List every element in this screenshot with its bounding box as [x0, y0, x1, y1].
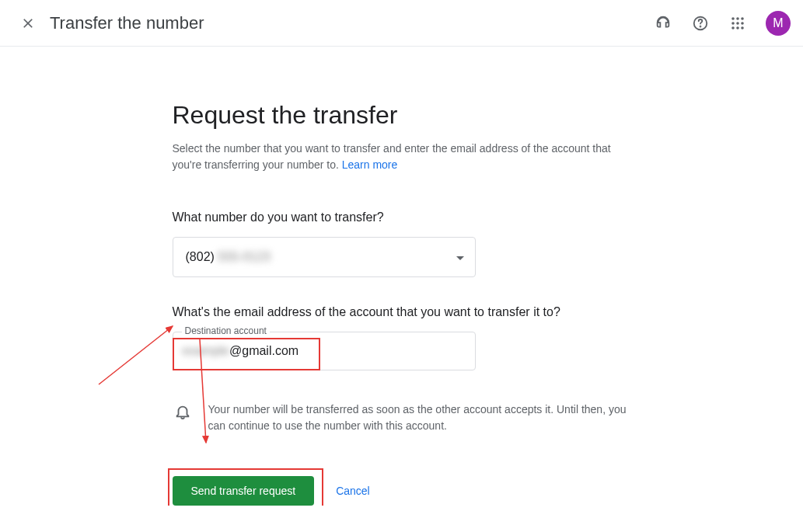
learn-more-link[interactable]: Learn more: [342, 158, 398, 171]
svg-point-4: [741, 17, 744, 20]
avatar[interactable]: M: [766, 11, 791, 36]
close-icon: [20, 16, 36, 31]
svg-line-11: [99, 326, 173, 384]
number-prefix: (802): [186, 250, 215, 263]
description: Select the number that you want to trans…: [173, 141, 631, 173]
number-rest: 555-0123: [218, 250, 271, 263]
apps-icon: [731, 16, 745, 30]
page-title: Transfer the number: [50, 13, 648, 33]
svg-point-1: [700, 26, 701, 26]
svg-point-3: [736, 17, 739, 20]
info-text: Your number will be transferred as soon …: [208, 402, 631, 434]
main-heading: Request the transfer: [173, 101, 631, 130]
headset-button[interactable]: [648, 8, 679, 39]
destination-input[interactable]: example@gmail.com: [173, 332, 476, 370]
svg-point-2: [731, 17, 735, 20]
svg-point-5: [731, 22, 735, 25]
svg-point-8: [731, 26, 735, 30]
help-button[interactable]: [685, 8, 716, 39]
close-button[interactable]: [12, 8, 44, 39]
help-icon: [692, 15, 709, 32]
email-suffix: @gmail.com: [229, 344, 299, 358]
destination-label: Destination account: [182, 325, 270, 336]
svg-point-7: [741, 22, 744, 25]
chevron-down-icon: [456, 250, 464, 264]
apps-button[interactable]: [722, 8, 753, 39]
bell-icon: [174, 402, 191, 434]
email-prefix: example: [183, 344, 229, 358]
send-transfer-button[interactable]: Send transfer request: [173, 476, 315, 506]
cancel-button[interactable]: Cancel: [330, 476, 376, 506]
email-question: What's the email address of the account …: [173, 305, 631, 319]
number-question: What number do you want to transfer?: [173, 210, 631, 224]
svg-point-10: [741, 26, 744, 30]
svg-point-6: [736, 22, 739, 25]
svg-point-9: [736, 26, 739, 30]
headset-icon: [655, 15, 672, 32]
number-select[interactable]: (802) 555-0123: [173, 237, 476, 277]
